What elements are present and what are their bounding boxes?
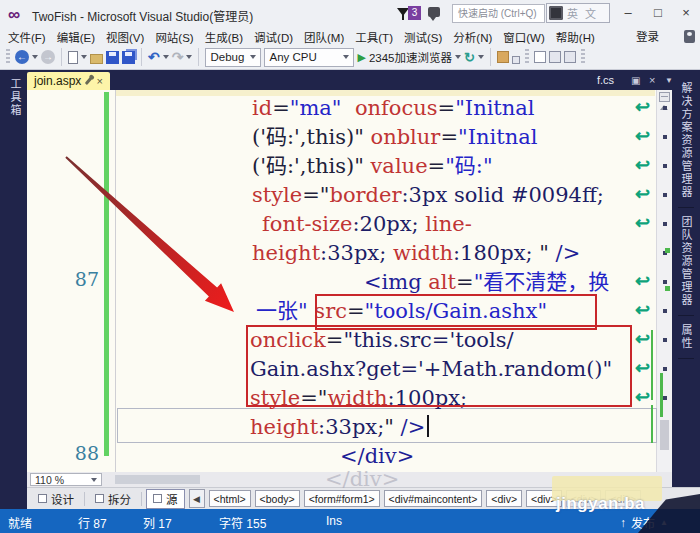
indent-icon[interactable] bbox=[549, 51, 561, 63]
scrollbar-mark bbox=[663, 367, 667, 371]
toolbar-overflow-grip[interactable] bbox=[581, 49, 585, 65]
run-browser-label[interactable]: 2345加速浏览器 bbox=[369, 49, 452, 65]
new-file-icon[interactable] bbox=[68, 51, 78, 64]
view-button-icon bbox=[38, 494, 47, 503]
refresh-caret[interactable] bbox=[478, 55, 484, 59]
vs-window: ∞ TwoFish - Microsoft Visual Studio(管理员)… bbox=[0, 0, 700, 533]
undo-icon[interactable]: ↶ bbox=[148, 50, 160, 64]
menu-item[interactable]: 文件(F) bbox=[6, 29, 48, 45]
account-icon[interactable] bbox=[684, 30, 695, 43]
line-number: 87 bbox=[35, 268, 99, 290]
line-number: 88 bbox=[35, 442, 99, 464]
notification-badge[interactable]: 3 bbox=[408, 6, 421, 20]
tab-f-cs[interactable]: f.cs bbox=[597, 74, 614, 86]
view-button-拆分[interactable]: 拆分 bbox=[89, 490, 137, 508]
open-file-icon[interactable] bbox=[90, 54, 103, 64]
break-icon[interactable] bbox=[512, 56, 520, 64]
code-token: style bbox=[252, 183, 302, 207]
code-token: "ma" bbox=[290, 96, 342, 120]
toolbox-tab[interactable]: 工具箱 bbox=[7, 78, 23, 117]
wrap-arrow-icon: ↩ bbox=[635, 270, 657, 292]
right-change-mark-2 bbox=[651, 405, 653, 443]
menu-item[interactable]: 调试(D) bbox=[252, 29, 295, 45]
code-token: /> bbox=[401, 415, 426, 439]
view-button-label: 源 bbox=[166, 491, 178, 507]
platform-dropdown[interactable]: Any CPU bbox=[264, 48, 354, 67]
ime-toolbar[interactable]: 英 文 bbox=[546, 3, 610, 23]
redo-icon[interactable]: ↷ bbox=[172, 50, 184, 64]
tab-close-icon[interactable]: × bbox=[96, 75, 102, 87]
close-button[interactable]: × bbox=[676, 4, 696, 22]
right-panel-tab-1[interactable]: 团队资源管理器 bbox=[678, 208, 694, 316]
breadcrumb-back-icon[interactable]: ◀ bbox=[189, 489, 205, 508]
back-dropdown-caret[interactable] bbox=[32, 55, 38, 59]
run-browser-caret[interactable] bbox=[455, 55, 461, 59]
maximize-button[interactable]: □ bbox=[648, 4, 668, 22]
horizontal-scrollbar-thumb[interactable] bbox=[115, 475, 200, 484]
code-token: ('码:',this)" bbox=[252, 125, 364, 149]
splitter-handle-icon[interactable] bbox=[659, 92, 670, 102]
toolbar-grip[interactable] bbox=[6, 49, 10, 65]
comment-icon[interactable] bbox=[564, 51, 576, 63]
status-insert-mode: Ins bbox=[326, 514, 342, 528]
navigate-forward-icon[interactable]: → bbox=[41, 50, 55, 64]
menu-item[interactable]: 窗口(W) bbox=[501, 29, 547, 45]
menu-item[interactable]: 团队(M) bbox=[302, 29, 346, 45]
undo-caret[interactable] bbox=[163, 55, 169, 59]
navigate-back-icon[interactable]: ← bbox=[15, 50, 29, 64]
document-tab-bar: join.aspx × f.cs ▣ × ▼ bbox=[27, 70, 672, 90]
right-panel-tab-2[interactable]: 属性 bbox=[678, 316, 694, 359]
code-token: = bbox=[456, 270, 474, 294]
menu-item[interactable]: 帮助(H) bbox=[554, 29, 597, 45]
feedback-icon[interactable] bbox=[428, 7, 440, 17]
float-window-icon[interactable]: ▣ bbox=[631, 75, 640, 86]
view-button-源[interactable]: 源 bbox=[146, 489, 185, 509]
quick-launch-input[interactable]: 快速启动 (Ctrl+Q) bbox=[452, 4, 545, 23]
scrollbar-thumb[interactable] bbox=[660, 420, 669, 450]
menu-item[interactable]: 网站(S) bbox=[153, 29, 195, 45]
menu-item[interactable]: 分析(N) bbox=[451, 29, 494, 45]
code-token: width bbox=[393, 241, 453, 265]
start-debug-icon[interactable]: ▶ bbox=[357, 51, 365, 64]
menu-item[interactable]: 生成(B) bbox=[203, 29, 245, 45]
code-token: = bbox=[438, 96, 456, 120]
toolbar-grip-2[interactable] bbox=[525, 49, 529, 65]
right-panel-tab-0[interactable]: 解决方案资源管理器 bbox=[678, 74, 694, 208]
sign-in-link[interactable]: 登录 bbox=[636, 28, 659, 44]
code-token: = bbox=[272, 96, 290, 120]
text-caret bbox=[427, 415, 429, 437]
code-token: :33px; bbox=[318, 415, 384, 439]
breadcrumb-item[interactable]: <html> bbox=[209, 490, 251, 507]
code-token: value bbox=[371, 154, 428, 178]
tab-join-aspx[interactable]: join.aspx × bbox=[27, 72, 110, 90]
view-button-设计[interactable]: 设计 bbox=[32, 490, 80, 508]
tabwell-dropdown-icon[interactable]: ▼ bbox=[665, 76, 673, 85]
code-token: onblur bbox=[371, 125, 441, 149]
code-token: <img bbox=[364, 270, 428, 294]
doc-outline-icon[interactable] bbox=[534, 51, 546, 63]
zoom-level-dropdown[interactable]: 110 % bbox=[30, 473, 102, 486]
attach-process-icon[interactable] bbox=[497, 51, 509, 63]
code-token bbox=[342, 96, 355, 120]
menu-item[interactable]: 工具(T) bbox=[353, 29, 395, 45]
vertical-scrollbar[interactable] bbox=[656, 90, 672, 472]
new-file-caret[interactable] bbox=[81, 55, 87, 59]
minimize-button[interactable]: – bbox=[618, 4, 638, 22]
wrap-arrow-icon: ↩ bbox=[635, 299, 657, 321]
code-token: font-size bbox=[262, 212, 352, 236]
code-token: :20px; bbox=[352, 212, 425, 236]
code-token bbox=[364, 154, 371, 178]
save-all-icon[interactable] bbox=[122, 51, 135, 64]
redo-caret[interactable] bbox=[186, 55, 192, 59]
pin-icon[interactable] bbox=[85, 77, 92, 85]
breadcrumb-item[interactable]: <div> bbox=[486, 490, 522, 507]
solution-config-dropdown[interactable]: Debug bbox=[205, 48, 261, 67]
code-editor[interactable]: id="ma" onfocus="Initnal('码:',this)" onb… bbox=[27, 90, 672, 472]
breadcrumb-item[interactable]: <body> bbox=[255, 490, 300, 507]
save-icon[interactable] bbox=[106, 51, 119, 64]
tabwell-close-icon[interactable]: × bbox=[649, 74, 655, 86]
refresh-icon[interactable]: ↻ bbox=[464, 50, 475, 65]
menu-item[interactable]: 测试(S) bbox=[402, 29, 444, 45]
menu-item[interactable]: 编辑(E) bbox=[55, 29, 97, 45]
menu-item[interactable]: 视图(V) bbox=[104, 29, 146, 45]
